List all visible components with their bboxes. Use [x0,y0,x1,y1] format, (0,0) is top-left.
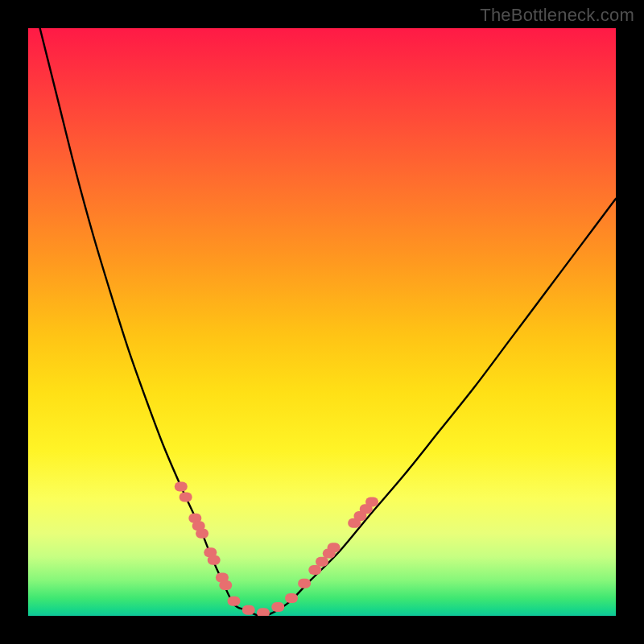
curve-marker [175,481,188,491]
curve-marker [298,579,311,588]
curve-markers [175,481,378,616]
curve-marker [219,580,232,590]
bottleneck-curve [40,28,616,616]
curve-marker [308,565,321,575]
curve-marker [285,593,298,603]
plot-area [28,28,616,616]
chart-stage: TheBottleneck.com [0,0,644,644]
curve-marker [257,608,270,616]
curve-marker [316,557,328,567]
curve-marker [242,605,255,615]
curve-marker [180,493,192,502]
curve-marker [365,497,378,506]
curve-marker [208,555,221,565]
curve-marker [196,529,208,539]
chart-svg [28,28,616,616]
curve-marker [328,543,341,552]
curve-marker [271,602,284,612]
watermark-text: TheBottleneck.com [480,5,634,26]
curve-marker [228,597,241,606]
